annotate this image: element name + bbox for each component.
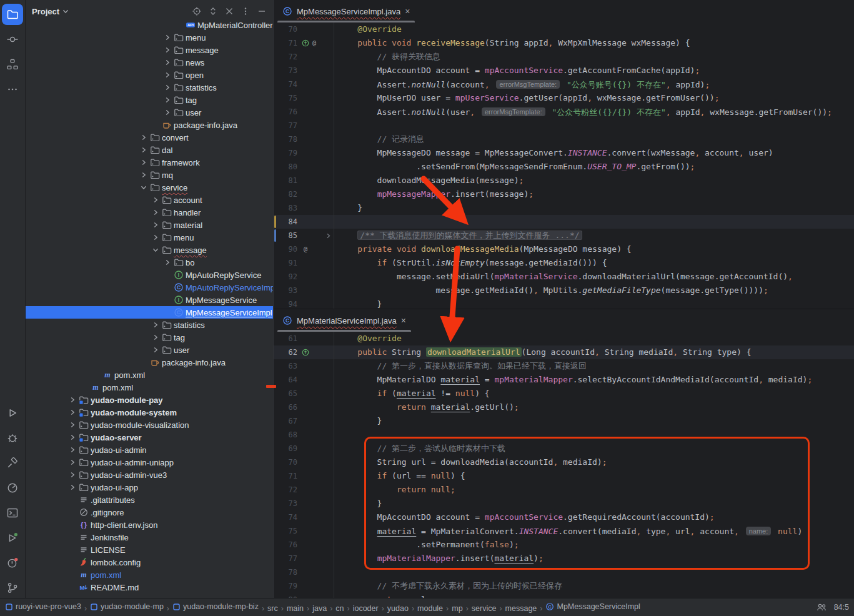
breadcrumb-item-cn[interactable]: cn: [335, 604, 344, 613]
tree-item-pom-xml[interactable]: mpom.xml: [26, 369, 273, 381]
tab-mpmaterialserviceimpl-java[interactable]: CMpMaterialServiceImpl.java×: [276, 309, 412, 332]
tab-mpmessageserviceimpl-java[interactable]: CMpMessageServiceImpl.java×: [276, 0, 416, 22]
at-icon[interactable]: @: [302, 246, 309, 253]
tree-item-yudao-ui-admin[interactable]: yudao-ui-admin: [26, 444, 273, 456]
tree-item-yudao-server[interactable]: yudao-server: [26, 431, 273, 444]
breadcrumb-item-yudao[interactable]: yudao: [387, 604, 409, 613]
tree-item-mpmessageserviceimpl[interactable]: CMpMessageServiceImpl: [26, 306, 273, 319]
tree-item-pom-xml[interactable]: mpom.xml: [26, 381, 273, 394]
tree-item--gitattributes[interactable]: .gitattributes: [26, 494, 273, 506]
activity-button-project[interactable]: [2, 4, 23, 25]
chevron-right-icon[interactable]: [138, 171, 149, 179]
breadcrumb-item-src[interactable]: src: [267, 604, 278, 613]
chevron-right-icon[interactable]: [162, 84, 172, 91]
activity-button-version-control[interactable]: [2, 577, 23, 599]
tree-item-package-info-java[interactable]: package-info.java: [26, 119, 273, 131]
tree-item-tag[interactable]: tag: [26, 94, 273, 106]
more-vertical-icon[interactable]: [241, 6, 251, 16]
activity-button-more-tools[interactable]: [2, 79, 23, 100]
breadcrumb-item-service[interactable]: service: [472, 604, 497, 613]
tree-item-http-client-env-json[interactable]: {}http-client.env.json: [26, 519, 273, 531]
breadcrumb-item-java[interactable]: java: [312, 604, 327, 613]
tab-close-icon[interactable]: ×: [405, 7, 410, 16]
breadcrumb-item-yudao-module-mp[interactable]: yudao-module-mp: [90, 602, 164, 611]
tree-item-yudao-ui-admin-vue3[interactable]: yudao-ui-admin-vue3: [26, 469, 273, 481]
chevron-right-icon[interactable]: [67, 459, 77, 466]
tree-item-mq[interactable]: mq: [26, 169, 273, 181]
chevron-right-icon[interactable]: [138, 159, 149, 166]
tree-item-lombok-config[interactable]: lombok.config: [26, 556, 273, 569]
chevron-right-icon[interactable]: [150, 321, 161, 329]
locate-icon[interactable]: [192, 6, 202, 16]
activity-button-build[interactable]: [2, 452, 23, 474]
tree-item-open[interactable]: open: [26, 69, 273, 81]
tree-item-menu[interactable]: menu: [26, 31, 273, 44]
chevron-down-icon[interactable]: [62, 7, 69, 15]
tree-item-license[interactable]: LICENSE: [26, 544, 273, 556]
chevron-right-icon[interactable]: [67, 471, 77, 479]
tree-item-message[interactable]: message: [26, 244, 273, 256]
breadcrumb-item-iocoder[interactable]: iocoder: [353, 604, 379, 613]
tree-item-mpmessageservice[interactable]: IMpMessageService: [26, 294, 273, 306]
chevron-down-icon[interactable]: [150, 246, 161, 254]
tree-item-message[interactable]: message: [26, 44, 273, 56]
breadcrumb-item-message[interactable]: message: [505, 604, 537, 613]
tree-item-statistics[interactable]: statistics: [26, 319, 273, 331]
chevron-right-icon[interactable]: [150, 346, 161, 354]
tree-item-pom-xml[interactable]: mpom.xml: [26, 569, 273, 581]
tree-item-user[interactable]: user: [26, 344, 273, 356]
tree-item-service[interactable]: service: [26, 181, 273, 194]
tree-item-handler[interactable]: handler: [26, 206, 273, 219]
chevron-right-icon[interactable]: [162, 259, 172, 266]
tree-item-news[interactable]: news: [26, 56, 273, 69]
activity-button-problems[interactable]: [2, 552, 23, 574]
tree-item-yudao-module-visualization[interactable]: yudao-module-visualization: [26, 419, 273, 431]
project-panel-title[interactable]: Project: [32, 7, 59, 16]
chevron-right-icon[interactable]: [67, 421, 77, 429]
tree-item-yudao-module-pay[interactable]: yudao-module-pay: [26, 394, 273, 406]
breadcrumb-item-mp[interactable]: mp: [452, 604, 462, 613]
tree-item-menu[interactable]: menu: [26, 231, 273, 244]
breadcrumb-item-module[interactable]: module: [417, 604, 443, 613]
tree-item-yudao-module-system[interactable]: yudao-module-system: [26, 406, 273, 419]
override-icon[interactable]: [302, 39, 309, 47]
tree-item-material[interactable]: material: [26, 219, 273, 231]
activity-button-terminal[interactable]: [2, 502, 23, 524]
tab-close-icon[interactable]: ×: [401, 316, 406, 325]
chevron-down-icon[interactable]: [138, 184, 149, 191]
code-area[interactable]: 70 @Override71@ public void receiveMessa…: [274, 22, 854, 309]
chevron-right-icon[interactable]: [150, 209, 161, 216]
chevron-right-icon[interactable]: [150, 334, 161, 341]
tree-item-framework[interactable]: framework: [26, 156, 273, 169]
code-area[interactable]: 61 @Override62 public String downloadMat…: [274, 332, 854, 599]
override-icon[interactable]: [302, 349, 309, 356]
chevron-right-icon[interactable]: [67, 446, 77, 454]
breadcrumb-item-main[interactable]: main: [287, 604, 304, 613]
fold-arrow-icon[interactable]: [325, 232, 332, 239]
chevron-right-icon[interactable]: [162, 59, 172, 66]
tree-item-readme-md[interactable]: MREADME.md: [26, 581, 273, 594]
tree-item-yudao-ui-app[interactable]: yudao-ui-app: [26, 481, 273, 494]
activity-button-debug[interactable]: [2, 427, 23, 449]
activity-button-profiler[interactable]: [2, 477, 23, 499]
collapse-all-icon[interactable]: [224, 6, 234, 16]
breadcrumb-item-mpmessageserviceimpl[interactable]: CMpMessageServiceImpl: [545, 602, 640, 611]
tree-item-account[interactable]: account: [26, 194, 273, 206]
tree-item-user[interactable]: user: [26, 106, 273, 119]
chevron-right-icon[interactable]: [138, 146, 149, 154]
hide-icon[interactable]: [257, 6, 267, 16]
tree-item--gitignore[interactable]: .gitignore: [26, 506, 273, 519]
chevron-right-icon[interactable]: [67, 434, 77, 441]
chevron-right-icon[interactable]: [162, 46, 172, 54]
activity-button-services[interactable]: [2, 527, 23, 549]
tree-item-convert[interactable]: convert: [26, 131, 273, 144]
tree-item-dal[interactable]: dal: [26, 144, 273, 156]
activity-button-commit[interactable]: [2, 29, 23, 50]
tree-item-mpautoreplyservice[interactable]: IMpAutoReplyService: [26, 269, 273, 281]
tree-item-bo[interactable]: bo: [26, 256, 273, 269]
chevron-right-icon[interactable]: [150, 234, 161, 241]
tree-item-statistics[interactable]: statistics: [26, 81, 273, 94]
chevron-right-icon[interactable]: [162, 96, 172, 104]
tree-item-package-info-java[interactable]: package-info.java: [26, 356, 273, 369]
expand-collapse-icon[interactable]: [208, 6, 218, 16]
